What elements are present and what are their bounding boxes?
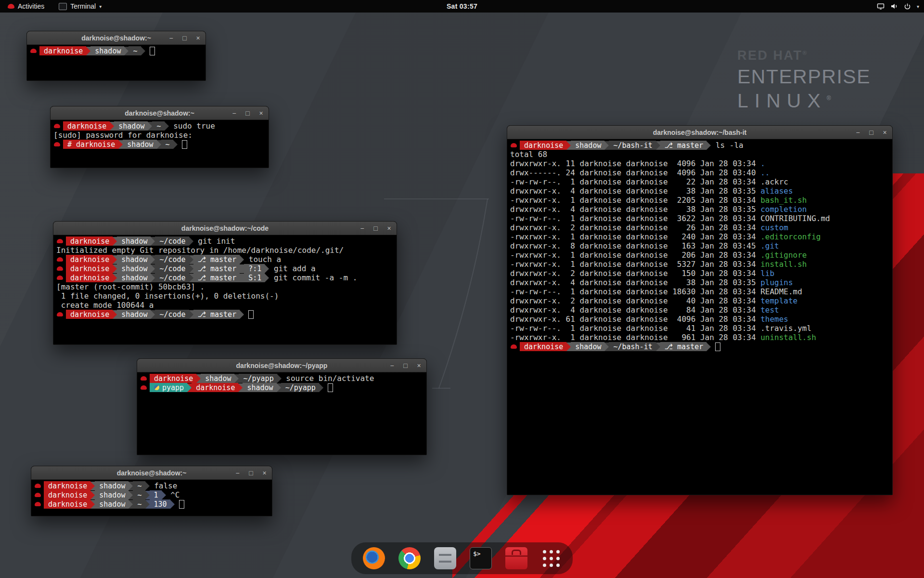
display-icon bbox=[877, 2, 885, 10]
terminal-line: 1 file changed, 0 insertions(+), 0 delet… bbox=[56, 291, 394, 301]
terminal-text: [master (root-commit) 50bcb63] . bbox=[56, 282, 205, 291]
python-icon bbox=[154, 385, 159, 390]
powerline-arrow-icon bbox=[145, 500, 150, 509]
terminal-window[interactable]: darknoise@shadow:~−□×darknoiseshadow~ fa… bbox=[31, 466, 272, 516]
terminal-line: -rw-rw-r--. 1 darknoise darknoise 41 Jan… bbox=[510, 324, 889, 333]
terminal-line: darknoiseshadow~/code⎇ masterS:1 git com… bbox=[56, 273, 394, 282]
minimize-button[interactable]: − bbox=[231, 110, 237, 117]
window-titlebar[interactable]: darknoise@shadow:~−□× bbox=[51, 106, 269, 120]
terminal-body[interactable]: darknoiseshadow~/code git initInitialize… bbox=[53, 235, 397, 344]
window-titlebar[interactable]: darknoise@shadow:~/code−□× bbox=[53, 222, 397, 235]
maximize-button[interactable]: □ bbox=[868, 129, 874, 136]
terminal-body[interactable]: darknoiseshadow~ sudo true[sudo] passwor… bbox=[51, 120, 269, 168]
terminal-text: -rwxrwxr-x. 1 darknoise darknoise 206 Ja… bbox=[510, 250, 760, 260]
window-title: darknoise@shadow:~/pyapp bbox=[236, 362, 328, 369]
prompt-segment: shadow bbox=[201, 374, 234, 383]
window-titlebar[interactable]: darknoise@shadow:~−□× bbox=[31, 466, 272, 480]
terminal-text: drwxrwxr-x. 11 darknoise darknoise 4096 … bbox=[510, 159, 760, 168]
terminal-text: -rwxrwxr-x. 1 darknoise darknoise 2205 J… bbox=[510, 196, 760, 205]
terminal-text: false bbox=[150, 481, 178, 490]
app-grid-icon[interactable] bbox=[541, 548, 561, 568]
window-titlebar[interactable]: darknoise@shadow:~/pyapp−□× bbox=[137, 359, 426, 372]
terminal-window[interactable]: darknoise@shadow:~−□×darknoiseshadow~ su… bbox=[50, 106, 269, 168]
terminal-text: ls -la bbox=[711, 141, 743, 150]
powerline-arrow-icon bbox=[189, 237, 193, 246]
prompt-segment: shadow bbox=[95, 490, 128, 499]
terminal-window[interactable]: darknoise@shadow:~/bash-it−□×darknoisesh… bbox=[507, 125, 893, 495]
system-tray[interactable]: ▾ bbox=[877, 0, 924, 13]
terminal-body[interactable]: darknoiseshadow~ bbox=[27, 45, 205, 80]
terminal-body[interactable]: darknoiseshadow~ falsedarknoiseshadow~1 … bbox=[31, 480, 272, 516]
chrome-icon[interactable] bbox=[398, 547, 421, 569]
terminal-window[interactable]: darknoise@shadow:~/pyapp−□×darknoiseshad… bbox=[137, 358, 427, 455]
terminal-text: drwx------. 24 darknoise darknoise 4096 … bbox=[510, 168, 760, 177]
terminal-line: drwx------. 24 darknoise darknoise 4096 … bbox=[510, 168, 889, 177]
minimize-button[interactable]: − bbox=[389, 362, 395, 369]
close-button[interactable]: × bbox=[258, 110, 264, 117]
cursor bbox=[328, 383, 333, 392]
prompt-segment: ~ bbox=[128, 46, 141, 55]
close-button[interactable]: × bbox=[882, 129, 888, 136]
terminal-body[interactable]: darknoiseshadow~/bash-it⎇ master ls -lat… bbox=[507, 139, 892, 495]
terminal-app-icon bbox=[59, 3, 67, 10]
activities-button[interactable]: Activities bbox=[5, 0, 47, 13]
terminal-window[interactable]: darknoise@shadow:~/code−□×darknoiseshado… bbox=[53, 221, 397, 345]
powerline-arrow-icon bbox=[118, 140, 123, 149]
close-button[interactable]: × bbox=[386, 225, 392, 232]
maximize-button[interactable]: □ bbox=[181, 35, 188, 41]
powerline-arrow-icon bbox=[113, 264, 117, 273]
close-button[interactable]: × bbox=[195, 35, 201, 41]
prompt-segment: shadow bbox=[117, 273, 151, 282]
terminal-icon[interactable]: $> bbox=[470, 547, 492, 569]
prompt-segment: ~ bbox=[133, 481, 145, 490]
terminal-text: bash_it.sh bbox=[760, 196, 807, 205]
window-titlebar[interactable]: darknoise@shadow:~−□× bbox=[27, 31, 205, 45]
window-title: darknoise@shadow:~ bbox=[125, 109, 194, 117]
powerline-arrow-icon bbox=[124, 47, 128, 55]
terminal-text: -rw-rw-r--. 1 darknoise darknoise 18630 … bbox=[510, 287, 760, 296]
prompt-segment: ~ bbox=[161, 140, 173, 149]
redhat-prompt-icon bbox=[54, 124, 60, 128]
powerline-arrow-icon bbox=[141, 47, 145, 55]
maximize-button[interactable]: □ bbox=[402, 362, 409, 369]
cursor bbox=[150, 47, 155, 55]
terminal-line: darknoiseshadow~ false bbox=[34, 481, 269, 490]
terminal-text: -rwxrwxr-x. 1 darknoise darknoise 240 Ja… bbox=[510, 232, 760, 241]
window-controls: −□× bbox=[168, 31, 201, 44]
minimize-button[interactable]: − bbox=[359, 225, 365, 232]
clock[interactable]: Sat 03:57 bbox=[447, 2, 477, 10]
powerline-arrow-icon bbox=[240, 264, 244, 273]
prompt-segment: ~/code bbox=[155, 255, 189, 264]
terminal-text: README.md bbox=[760, 287, 802, 296]
files-icon[interactable] bbox=[434, 547, 456, 569]
prompt-segment: shadow bbox=[95, 481, 128, 490]
minimize-button[interactable]: − bbox=[168, 35, 174, 41]
close-button[interactable]: × bbox=[261, 470, 268, 476]
terminal-window[interactable]: darknoise@shadow:~−□×darknoiseshadow~ bbox=[26, 31, 206, 81]
activities-label: Activities bbox=[18, 2, 44, 10]
terminal-text: drwxrwxr-x. 61 darknoise darknoise 4096 … bbox=[510, 315, 760, 324]
terminal-text: ^C bbox=[166, 490, 180, 499]
terminal-text: source bin/activate bbox=[282, 374, 374, 383]
terminal-line: create mode 100644 a bbox=[56, 301, 394, 310]
minimize-button[interactable]: − bbox=[855, 129, 861, 136]
cursor bbox=[248, 310, 254, 319]
minimize-button[interactable]: − bbox=[234, 470, 241, 476]
prompt-segment: ?:1 bbox=[244, 264, 265, 273]
terminal-body[interactable]: darknoiseshadow~/pyapp source bin/activa… bbox=[137, 372, 426, 455]
firefox-icon[interactable] bbox=[363, 547, 385, 569]
maximize-button[interactable]: □ bbox=[372, 225, 379, 232]
maximize-button[interactable]: □ bbox=[248, 470, 254, 476]
prompt-segment: shadow bbox=[117, 236, 151, 246]
prompt-segment: darknoise bbox=[150, 374, 196, 383]
terminal-line: -rwxrwxr-x. 1 darknoise darknoise 240 Ja… bbox=[510, 232, 889, 241]
window-titlebar[interactable]: darknoise@shadow:~/bash-it−□× bbox=[507, 126, 892, 139]
prompt-segment: ~/code bbox=[155, 236, 189, 246]
prompt-segment: shadow bbox=[117, 255, 151, 264]
app-menu[interactable]: Terminal ▾ bbox=[56, 0, 104, 13]
toolbox-icon[interactable] bbox=[505, 547, 527, 569]
cursor bbox=[182, 140, 187, 149]
maximize-button[interactable]: □ bbox=[244, 110, 251, 117]
terminal-line: darknoiseshadow~1 ^C bbox=[34, 490, 269, 499]
close-button[interactable]: × bbox=[416, 362, 422, 369]
